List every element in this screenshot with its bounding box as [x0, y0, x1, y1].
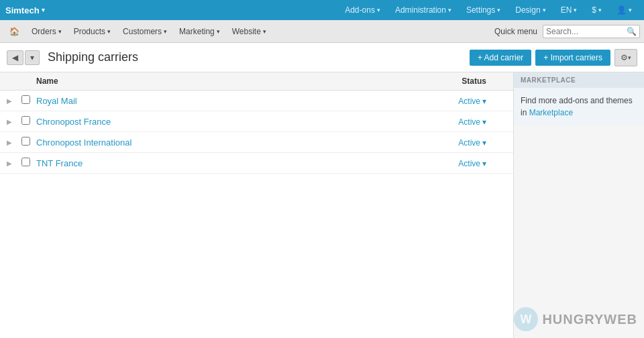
addons-chevron-icon: ▾ — [377, 7, 380, 13]
expand-icon[interactable]: ▶ — [7, 139, 21, 146]
products-chevron-icon: ▾ — [107, 28, 111, 35]
status-label-2: Active — [458, 117, 480, 127]
checkbox-4[interactable] — [21, 158, 30, 166]
carrier-name-1[interactable]: Royal Mail — [36, 96, 426, 106]
svg-text:W: W — [521, 313, 532, 326]
search-box: 🔍 — [543, 25, 640, 38]
checkbox-2[interactable] — [21, 116, 30, 125]
orders-chevron-icon: ▾ — [58, 28, 62, 35]
website-label: Website — [232, 27, 261, 36]
settings-button[interactable]: ⚙ ▾ — [614, 49, 637, 66]
status-chevron-4: ▾ — [482, 159, 486, 168]
page-header-left: ◀ ▾ Shipping carriers — [7, 50, 138, 65]
carrier-name-3[interactable]: Chronopost International — [36, 137, 426, 148]
page-header-right: + Add carrier + Import carriers ⚙ ▾ — [470, 49, 637, 66]
top-nav-addons[interactable]: Add-ons ▾ — [338, 3, 387, 17]
quick-menu-button[interactable]: Quick menu — [494, 27, 537, 36]
watermark-text: HUNGRYWEB — [542, 312, 637, 327]
active-status-4[interactable]: Active ▾ — [458, 159, 486, 168]
nav-orders[interactable]: Orders ▾ — [26, 23, 67, 40]
status-label-4: Active — [458, 159, 480, 168]
active-status-1[interactable]: Active ▾ — [458, 97, 486, 106]
top-nav-user[interactable]: 👤 ▾ — [610, 3, 639, 17]
top-nav-settings[interactable]: Settings ▾ — [460, 3, 507, 17]
dropdown-button[interactable]: ▾ — [25, 50, 40, 65]
products-label: Products — [74, 27, 105, 36]
add-carrier-label: + Add carrier — [478, 53, 523, 62]
design-chevron-icon: ▾ — [543, 7, 546, 13]
second-bar-left: 🏠 Orders ▾ Products ▾ Customers ▾ Market… — [4, 23, 272, 40]
nav-customers[interactable]: Customers ▾ — [117, 23, 172, 40]
expand-icon[interactable]: ▶ — [7, 118, 21, 125]
status-badge-4: Active ▾ — [426, 158, 506, 168]
watermark-logo-icon: W — [514, 307, 538, 331]
carrier-name-4[interactable]: TNT France — [36, 158, 426, 168]
table-row[interactable]: ▶ TNT France Active ▾ — [0, 153, 513, 174]
page-header: ◀ ▾ Shipping carriers + Add carrier + Im… — [0, 43, 644, 72]
status-label-1: Active — [458, 97, 480, 106]
gear-icon: ⚙ — [621, 53, 628, 62]
status-label-3: Active — [458, 138, 480, 148]
watermark: W HUNGRYWEB — [514, 307, 637, 331]
table-row[interactable]: ▶ Chronopost France Active ▾ — [0, 111, 513, 132]
settings-chevron-icon: ▾ — [497, 7, 500, 13]
name-col-header: Name — [36, 76, 426, 86]
administration-chevron-icon: ▾ — [448, 7, 451, 13]
back-button[interactable]: ◀ — [7, 50, 23, 65]
language-label: EN — [561, 5, 572, 15]
brand-label: Simtech — [5, 5, 40, 15]
settings-dropdown-icon: ▾ — [628, 54, 631, 61]
import-carriers-label: + Import carriers — [543, 53, 602, 62]
addons-label: Add-ons — [345, 5, 375, 15]
table-area: Name Status ▶ Royal Mail Active ▾ ▶ Chro… — [0, 72, 513, 338]
brand-chevron-icon: ▾ — [42, 7, 45, 13]
checkbox-3[interactable] — [21, 137, 30, 146]
marketplace-link[interactable]: Marketplace — [529, 108, 573, 117]
table-header: Name Status — [0, 72, 513, 91]
row-checkbox-4[interactable] — [21, 158, 36, 168]
brand-logo[interactable]: Simtech ▾ — [5, 5, 45, 15]
row-checkbox-1[interactable] — [21, 95, 36, 106]
orders-label: Orders — [32, 27, 56, 36]
back-icon: ◀ — [12, 53, 18, 62]
row-checkbox-2[interactable] — [21, 116, 36, 127]
nav-home[interactable]: 🏠 — [4, 23, 25, 40]
expand-icon[interactable]: ▶ — [7, 160, 21, 167]
nav-marketing[interactable]: Marketing ▾ — [174, 23, 225, 40]
nav-website[interactable]: Website ▾ — [227, 23, 272, 40]
top-bar-left: Simtech ▾ — [5, 5, 45, 15]
active-status-2[interactable]: Active ▾ — [458, 117, 486, 127]
search-icon[interactable]: 🔍 — [627, 27, 637, 36]
expand-icon[interactable]: ▶ — [7, 97, 21, 105]
add-carrier-button[interactable]: + Add carrier — [470, 50, 531, 66]
top-nav-design[interactable]: Design ▾ — [508, 3, 552, 17]
currency-chevron-icon: ▾ — [598, 7, 602, 13]
home-icon: 🏠 — [9, 27, 19, 36]
customers-chevron-icon: ▾ — [164, 28, 167, 35]
user-icon: 👤 — [616, 5, 627, 15]
row-checkbox-3[interactable] — [21, 137, 36, 148]
marketing-label: Marketing — [179, 27, 215, 36]
website-chevron-icon: ▾ — [263, 28, 266, 35]
status-chevron-2: ▾ — [482, 117, 486, 127]
sidebar: MARKETPLACE Find more add-ons and themes… — [513, 72, 644, 338]
import-carriers-button[interactable]: + Import carriers — [535, 50, 610, 66]
checkbox-1[interactable] — [21, 95, 30, 104]
status-chevron-1: ▾ — [482, 97, 486, 106]
dropdown-icon: ▾ — [30, 53, 34, 62]
table-row[interactable]: ▶ Chronopost International Active ▾ — [0, 132, 513, 153]
marketplace-header: MARKETPLACE — [514, 72, 644, 88]
search-input[interactable] — [546, 27, 627, 36]
status-badge-1: Active ▾ — [426, 96, 506, 106]
carrier-name-2[interactable]: Chronopost France — [36, 117, 426, 127]
active-status-3[interactable]: Active ▾ — [458, 138, 486, 148]
top-nav-language[interactable]: EN ▾ — [554, 3, 584, 17]
nav-products[interactable]: Products ▾ — [68, 23, 116, 40]
user-chevron-icon: ▾ — [629, 7, 632, 13]
top-nav-currency[interactable]: $ ▾ — [585, 3, 608, 17]
top-nav-administration[interactable]: Administration ▾ — [388, 3, 458, 17]
table-row[interactable]: ▶ Royal Mail Active ▾ — [0, 91, 513, 111]
top-bar-right: Add-ons ▾ Administration ▾ Settings ▾ De… — [338, 3, 639, 17]
customers-label: Customers — [123, 27, 162, 36]
marketing-chevron-icon: ▾ — [217, 28, 220, 35]
